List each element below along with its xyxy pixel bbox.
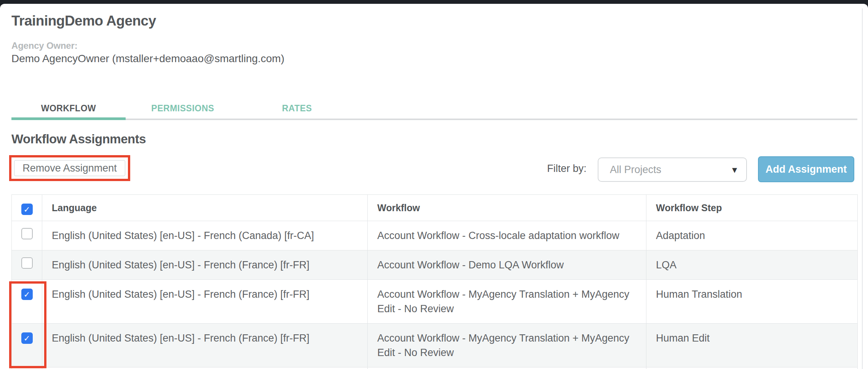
row-checkbox[interactable]: [21, 257, 33, 269]
language-cell: English (United States) [en-US] - French…: [42, 280, 368, 324]
header-checkbox-cell: ✓: [12, 195, 42, 221]
workflow-cell: Account Workflow - Demo LQA Workflow: [368, 250, 646, 280]
language-cell: English (United States) [en-US] - French…: [42, 250, 368, 280]
agency-owner-value: Demo AgencyOwner (mstaller+demoaao@smart…: [11, 53, 284, 65]
workflow-cell: Account Workflow - MyAgency Translation …: [368, 280, 646, 324]
active-tab-underline: [11, 117, 126, 120]
assignments-table: ✓ Language Workflow Workflow Step Englis…: [11, 194, 858, 369]
add-assignment-button[interactable]: Add Assignment: [758, 156, 854, 182]
tab-workflow[interactable]: WORKFLOW: [11, 100, 126, 117]
row-checkbox[interactable]: ✓: [21, 289, 33, 300]
language-cell: English (United States) [en-US] - French…: [42, 221, 368, 250]
page-title: TrainingDemo Agency: [11, 13, 156, 29]
row-checkbox[interactable]: [21, 228, 33, 239]
workflow-step-cell: LQA: [646, 250, 858, 280]
section-heading: Workflow Assignments: [11, 132, 146, 146]
projects-filter-dropdown[interactable]: All Projects ▾: [598, 157, 747, 182]
workflow-step-cell: Adaptation: [646, 221, 858, 250]
assignments-table-body: English (United States) [en-US] - French…: [12, 221, 858, 369]
row-checkbox-cell: [12, 221, 42, 250]
workflow-cell: Account Workflow - Cross-locale adaptati…: [368, 221, 646, 250]
tab-rates[interactable]: RATES: [240, 100, 354, 117]
column-header-workflow-step: Workflow Step: [646, 195, 858, 221]
row-checkbox-cell: ✓: [12, 280, 42, 324]
tab-bar: WORKFLOW PERMISSIONS RATES: [11, 100, 354, 117]
filter-by-label: Filter by:: [547, 163, 587, 175]
column-header-language: Language: [42, 195, 368, 221]
workflow-step-cell: Human Edit: [646, 324, 858, 367]
tab-permissions[interactable]: PERMISSIONS: [126, 100, 240, 117]
remove-assignment-button[interactable]: Remove Assignment: [14, 160, 125, 176]
select-all-checkbox[interactable]: ✓: [21, 204, 33, 215]
row-checkbox[interactable]: ✓: [21, 332, 33, 344]
tab-bar-divider: [11, 119, 857, 120]
workflow-cell: Account Workflow - MyAgency Translation …: [368, 324, 646, 367]
dropdown-selected-value: All Projects: [610, 164, 732, 176]
annotation-box-remove-button: Remove Assignment: [9, 155, 130, 181]
table-header-row: ✓ Language Workflow Workflow Step: [12, 195, 858, 221]
table-row: English (United States) [en-US] - French…: [12, 250, 858, 280]
main-panel: TrainingDemo Agency Agency Owner: Demo A…: [0, 4, 868, 369]
table-row: English (United States) [en-US] - French…: [12, 221, 858, 250]
table-row: ✓English (United States) [en-US] - Frenc…: [12, 280, 858, 324]
scrollbar-track-divider: [862, 8, 863, 369]
agency-owner-label: Agency Owner:: [11, 40, 77, 51]
workflow-step-cell: Human Translation: [646, 280, 858, 324]
language-cell: English (United States) [en-US] - French…: [42, 324, 368, 367]
table-row: ✓English (United States) [en-US] - Frenc…: [12, 324, 858, 367]
row-checkbox-cell: ✓: [12, 324, 42, 367]
row-checkbox-cell: [12, 250, 42, 280]
caret-down-icon: ▾: [732, 165, 737, 175]
column-header-workflow: Workflow: [368, 195, 646, 221]
table-row: [12, 367, 858, 369]
